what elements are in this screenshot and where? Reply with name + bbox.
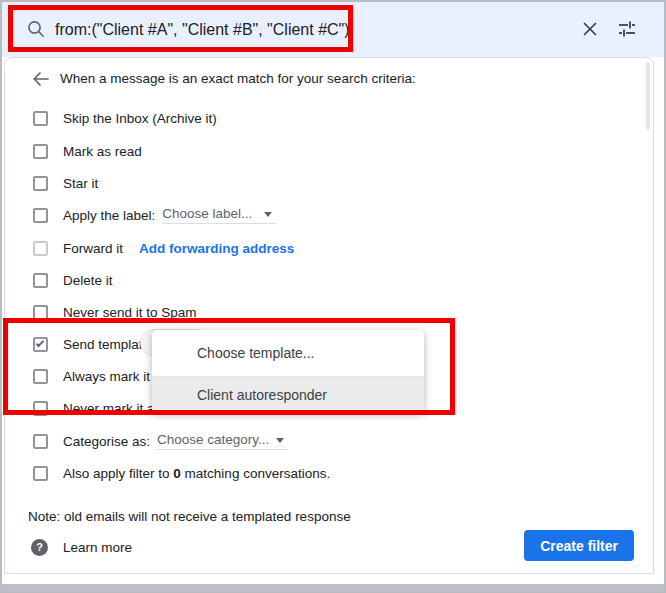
menu-item-choose-template[interactable]: Choose template...	[152, 330, 424, 376]
choose-label-dropdown[interactable]: Choose label...	[162, 206, 276, 224]
matching-count: 0	[173, 466, 181, 481]
checkbox-forward-it[interactable]	[33, 241, 48, 256]
create-filter-button[interactable]: Create filter	[524, 530, 634, 561]
add-forwarding-address-link[interactable]: Add forwarding address	[139, 241, 294, 256]
row-label: Also apply filter to 0 matching conversa…	[63, 466, 330, 481]
row-star-it: Star it	[5, 172, 653, 194]
menu-item-client-autoresponder[interactable]: Client autoresponder	[152, 377, 424, 413]
back-arrow-icon[interactable]	[31, 69, 51, 89]
dropdown-value: Choose category...	[157, 432, 269, 447]
gmail-filter-window: from:("Client #A", "Client #B", "Client …	[0, 0, 666, 593]
learn-more-link[interactable]: Learn more	[63, 540, 132, 555]
row-label: Categorise as:	[63, 434, 150, 449]
checkbox-apply-label[interactable]	[33, 208, 48, 223]
row-skip-inbox: Skip the Inbox (Archive it)	[5, 107, 653, 129]
checkbox-skip-inbox[interactable]	[33, 111, 48, 126]
dropdown-value: Choose label...	[162, 206, 252, 221]
search-bar[interactable]: from:("Client #A", "Client #B", "Client …	[2, 2, 664, 57]
checkbox-never-spam[interactable]	[33, 305, 48, 320]
row-never-spam: Never send it to Spam	[5, 301, 653, 323]
help-question-icon[interactable]: ?	[31, 539, 48, 556]
row-categorise-as: Categorise as: Choose category...	[5, 430, 653, 452]
row-forward-it: Forward it Add forwarding address	[5, 237, 653, 259]
row-label: Never send it to Spam	[63, 305, 197, 320]
row-label: Star it	[63, 176, 98, 191]
checkmark-icon	[36, 338, 44, 346]
checkbox-star-it[interactable]	[33, 176, 48, 191]
template-dropdown-menu: Choose template... Client autoresponder	[152, 330, 424, 413]
search-icon	[26, 19, 46, 39]
filter-options-panel: When a message is an exact match for you…	[4, 57, 654, 574]
search-query-input[interactable]: from:("Client #A", "Client #B", "Client …	[55, 2, 350, 57]
close-icon[interactable]	[580, 19, 600, 39]
learn-more-row: ? Learn more	[5, 536, 132, 558]
checkbox-delete-it[interactable]	[33, 273, 48, 288]
scrollbar-thumb[interactable]	[646, 62, 650, 130]
checkbox-categorise[interactable]	[33, 434, 48, 449]
checkbox-always-important[interactable]	[33, 369, 48, 384]
row-label: Delete it	[63, 273, 113, 288]
chevron-down-icon	[276, 438, 284, 443]
checkbox-also-apply[interactable]	[33, 466, 48, 481]
choose-category-dropdown[interactable]: Choose category...	[157, 432, 288, 450]
checkbox-mark-as-read[interactable]	[33, 144, 48, 159]
row-apply-label: Apply the label: Choose label...	[5, 204, 653, 226]
window-bottom-edge	[2, 584, 664, 591]
note-text: Note: old emails will not receive a temp…	[28, 509, 351, 524]
row-label: Mark as read	[63, 144, 142, 159]
panel-header: When a message is an exact match for you…	[5, 68, 653, 90]
row-also-apply: Also apply filter to 0 matching conversa…	[5, 462, 653, 484]
checkbox-never-important[interactable]	[33, 401, 48, 416]
chevron-down-icon	[264, 212, 272, 217]
row-label: Never mark it as	[63, 401, 161, 416]
panel-title: When a message is an exact match for you…	[60, 71, 416, 86]
row-mark-as-read: Mark as read	[5, 140, 653, 162]
row-label: Apply the label:	[63, 208, 155, 223]
row-label: Forward it	[63, 241, 123, 256]
row-delete-it: Delete it	[5, 269, 653, 291]
checkbox-send-template[interactable]	[33, 337, 48, 352]
search-options-tune-icon[interactable]	[617, 19, 637, 39]
row-label: Skip the Inbox (Archive it)	[63, 111, 217, 126]
